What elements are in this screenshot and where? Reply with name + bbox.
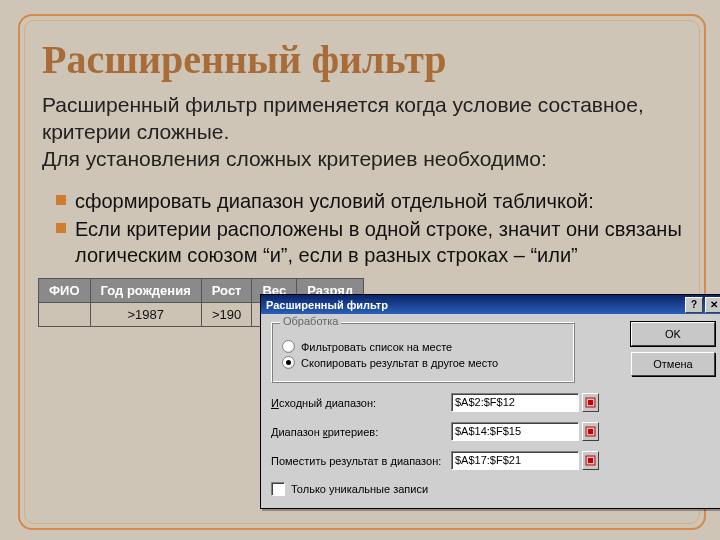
dialog-body: OK Отмена Обработка Фильтровать список н… [261,314,720,508]
label-source-range: Исходный диапазон: [271,397,451,409]
radio-copy-to[interactable]: Скопировать результат в другое место [282,356,564,369]
advanced-filter-dialog: Расширенный фильтр ? ✕ OK Отмена Обработ… [260,294,720,509]
close-button[interactable]: ✕ [705,297,720,313]
checkbox-unique-records[interactable]: Только уникальные записи [271,482,715,496]
th-year: Год рождения [90,279,201,303]
radio-label: Скопировать результат в другое место [301,357,498,369]
bullet-icon [56,223,66,233]
row-criteria-range: Диапазон критериев: $A$14:$F$15 [271,422,715,441]
radio-dot-icon [286,360,291,365]
paragraph-1: Расширенный фильтр применяется когда усл… [42,91,682,145]
radio-filter-inplace[interactable]: Фильтровать список на месте [282,340,564,353]
slide-frame: Расширенный фильтр Расширенный фильтр пр… [18,14,706,530]
bullet-item: сформировать диапазон условий отдельной … [56,188,682,214]
processing-fieldset: Обработка Фильтровать список на месте Ск… [271,322,575,383]
range-picker-button[interactable] [582,451,599,470]
row-source-range: Исходный диапазон: $A$2:$F$12 [271,393,715,412]
bullet-text: Если критерии расположены в одной строке… [75,216,682,268]
th-height: Рост [201,279,252,303]
row-destination-range: Поместить результат в диапазон: $A$17:$F… [271,451,715,470]
ok-label: OK [665,328,681,340]
th-fio: ФИО [39,279,91,303]
slide-body: Расширенный фильтр применяется когда усл… [42,91,682,172]
ok-button[interactable]: OK [631,322,715,346]
range-picker-icon [585,426,596,437]
checkbox-icon [271,482,285,496]
dialog-title: Расширенный фильтр [263,299,683,311]
label-destination-range: Поместить результат в диапазон: [271,455,451,467]
help-icon: ? [691,299,697,310]
range-picker-icon [585,397,596,408]
fieldset-legend: Обработка [280,315,341,327]
label-criteria-range: Диапазон критериев: [271,426,451,438]
td-height: >190 [201,303,252,327]
bullet-text: сформировать диапазон условий отдельной … [75,188,594,214]
radio-label: Фильтровать список на месте [301,341,452,353]
bullet-item: Если критерии расположены в одной строке… [56,216,682,268]
input-destination-range[interactable]: $A$17:$F$21 [451,451,579,470]
td-fio [39,303,91,327]
range-picker-icon [585,455,596,466]
svg-rect-5 [588,458,593,463]
checkbox-label: Только уникальные записи [291,483,428,495]
paragraph-2: Для установления сложных критериев необх… [42,145,682,172]
bullet-list: сформировать диапазон условий отдельной … [56,188,682,270]
range-picker-button[interactable] [582,422,599,441]
svg-rect-1 [588,400,593,405]
close-icon: ✕ [710,299,718,310]
radio-icon [282,340,295,353]
help-button[interactable]: ? [685,297,703,313]
input-source-range[interactable]: $A$2:$F$12 [451,393,579,412]
dialog-button-column: OK Отмена [631,322,715,376]
input-criteria-range[interactable]: $A$14:$F$15 [451,422,579,441]
dialog-titlebar[interactable]: Расширенный фильтр ? ✕ [261,295,720,314]
range-picker-button[interactable] [582,393,599,412]
slide-title: Расширенный фильтр [42,36,447,83]
bullet-icon [56,195,66,205]
cancel-label: Отмена [653,358,692,370]
cancel-button[interactable]: Отмена [631,352,715,376]
svg-rect-3 [588,429,593,434]
td-year: >1987 [90,303,201,327]
radio-icon [282,356,295,369]
